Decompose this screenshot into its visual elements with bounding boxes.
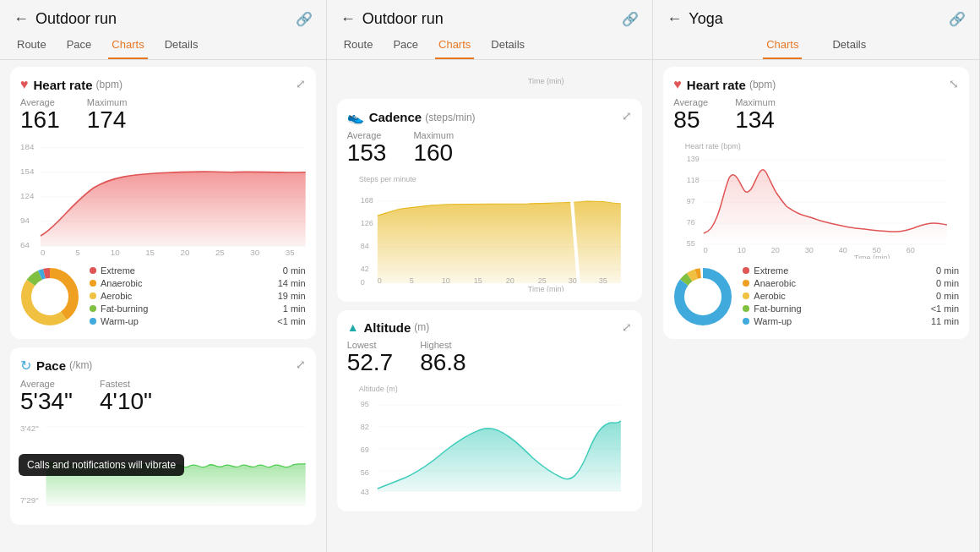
tab-details-3[interactable]: Details xyxy=(829,31,869,59)
donut-chart-3 xyxy=(673,267,732,326)
legend-fatburning-1: Fat-burning 1 min xyxy=(90,303,306,314)
pace-title-1: Pace xyxy=(36,358,66,373)
legend-items-3: Extreme 0 min Anaerobic 0 min Aerobic 0 … xyxy=(743,265,959,329)
route-icon-1[interactable]: 🔗 xyxy=(296,11,313,27)
panel1-tabs: Route Pace Charts Details xyxy=(0,31,326,60)
svg-text:3'42": 3'42" xyxy=(20,424,39,433)
altitude-card-2: ▲ Altitude (m) ⤢ Lowest 52.7 Highest 86.… xyxy=(337,310,643,511)
svg-text:0: 0 xyxy=(378,276,382,285)
back-button-1[interactable]: ← xyxy=(14,10,29,28)
heart-rate-unit-1: (bpm) xyxy=(96,79,122,90)
cadence-stats-2: Average 153 Maximum 160 xyxy=(347,130,633,167)
legend-warmup-1: Warm-up <1 min xyxy=(90,316,306,326)
tab-pace-1[interactable]: Pace xyxy=(63,31,95,59)
svg-text:43: 43 xyxy=(361,488,369,496)
svg-text:15: 15 xyxy=(474,276,482,285)
tab-charts-1[interactable]: Charts xyxy=(108,31,147,59)
svg-text:35: 35 xyxy=(599,276,607,285)
cadence-avg-value-2: 153 xyxy=(347,140,387,167)
heart-rate-max-3: Maximum 134 xyxy=(735,97,776,134)
svg-text:10: 10 xyxy=(738,246,746,254)
cadence-max-2: Maximum 160 xyxy=(413,130,454,167)
legend-extreme-1: Extreme 0 min xyxy=(90,265,306,276)
legend-fatburning-3: Fat-burning <1 min xyxy=(743,303,959,314)
tab-charts-2[interactable]: Charts xyxy=(435,31,474,59)
panel1-header: ← Outdoor run 🔗 xyxy=(0,0,326,31)
svg-text:42: 42 xyxy=(361,265,369,273)
legend-aerobic-1: Aerobic 19 min xyxy=(90,291,306,301)
pace-icon-1: ↻ xyxy=(20,358,31,374)
avg-value-1: 161 xyxy=(20,107,60,134)
avg-value-3: 85 xyxy=(673,107,708,134)
heart-rate-title-3: Heart rate xyxy=(687,78,746,92)
pace-fastest-value-1: 4'10" xyxy=(100,389,152,415)
svg-text:Time (min): Time (min) xyxy=(528,285,564,292)
svg-text:15: 15 xyxy=(145,248,155,257)
tab-pace-2[interactable]: Pace xyxy=(389,31,422,59)
svg-text:20: 20 xyxy=(771,246,780,254)
tab-route-1[interactable]: Route xyxy=(14,31,50,59)
svg-text:64: 64 xyxy=(20,240,30,249)
max-value-3: 134 xyxy=(735,107,776,134)
pace-fastest-label-1: Fastest xyxy=(100,379,152,389)
panel-outdoor-run-1: ← Outdoor run 🔗 Route Pace Charts Detail… xyxy=(0,0,327,552)
pace-header-1: ↻ Pace (/km) xyxy=(20,358,306,374)
expand-icon-pace-1[interactable]: ⤢ xyxy=(296,358,306,371)
panel3-header: ← Yoga 🔗 xyxy=(653,0,979,31)
tab-details-1[interactable]: Details xyxy=(161,31,202,59)
altitude-highest-2: Highest 86.8 xyxy=(420,340,466,376)
expand-icon-cadence[interactable]: ⤢ xyxy=(622,109,632,123)
tab-details-2[interactable]: Details xyxy=(487,31,528,59)
altitude-lowest-label-2: Lowest xyxy=(347,340,394,350)
cadence-avg-2: Average 153 xyxy=(347,130,387,167)
svg-point-85 xyxy=(686,280,720,314)
svg-text:25: 25 xyxy=(538,276,547,285)
svg-text:30: 30 xyxy=(569,276,577,285)
svg-text:0: 0 xyxy=(41,248,46,257)
back-button-3[interactable]: ← xyxy=(667,10,682,28)
heart-rate-chart-3: Heart rate (bpm) 139 118 97 76 55 xyxy=(673,140,959,259)
panel2-header: ← Outdoor run 🔗 xyxy=(327,0,653,31)
heart-rate-stats-1: Average 161 Maximum 174 xyxy=(20,97,306,134)
altitude-highest-label-2: Highest xyxy=(420,340,466,350)
expand-icon-1[interactable]: ⤢ xyxy=(296,77,306,90)
panel2-title: Outdoor run xyxy=(362,10,623,28)
route-icon-3[interactable]: 🔗 xyxy=(949,11,966,27)
pace-fastest-1: Fastest 4'10" xyxy=(100,379,152,415)
svg-text:0: 0 xyxy=(361,278,365,287)
route-icon-2[interactable]: 🔗 xyxy=(622,11,639,27)
pace-stats-1: Average 5'34" Fastest 4'10" xyxy=(20,379,306,415)
legend-items-1: Extreme 0 min Anaerobic 14 min Aerobic 1… xyxy=(90,265,306,329)
svg-text:7'29": 7'29" xyxy=(20,495,39,505)
panel-outdoor-run-2: ← Outdoor run 🔗 Route Pace Charts Detail… xyxy=(327,0,654,552)
svg-text:82: 82 xyxy=(361,423,369,431)
pace-avg-1: Average 5'34" xyxy=(20,379,73,415)
expand-icon-altitude[interactable]: ⤢ xyxy=(622,320,632,334)
heart-rate-header-3: ♥ Heart rate (bpm) xyxy=(673,77,959,92)
heart-rate-avg-3: Average 85 xyxy=(673,97,708,134)
expand-icon-hr3[interactable]: ⤡ xyxy=(949,77,959,90)
svg-text:0: 0 xyxy=(704,246,708,254)
pace-avg-value-1: 5'34" xyxy=(20,389,73,415)
back-button-2[interactable]: ← xyxy=(340,10,356,28)
svg-text:184: 184 xyxy=(20,142,35,151)
svg-text:40: 40 xyxy=(839,246,847,254)
panel3-tabs: Charts Details xyxy=(653,31,979,60)
tab-charts-3[interactable]: Charts xyxy=(763,31,802,59)
svg-text:30: 30 xyxy=(805,246,814,254)
donut-chart-1 xyxy=(20,267,79,326)
legend-aerobic-3: Aerobic 0 min xyxy=(743,291,959,301)
svg-text:154: 154 xyxy=(20,167,35,176)
svg-text:97: 97 xyxy=(687,197,695,205)
svg-text:10: 10 xyxy=(111,248,120,257)
altitude-title-2: Altitude xyxy=(364,320,411,335)
svg-text:56: 56 xyxy=(361,468,369,477)
svg-text:5: 5 xyxy=(410,276,414,285)
svg-text:126: 126 xyxy=(361,219,373,227)
svg-text:95: 95 xyxy=(361,400,369,408)
legend-warmup-3: Warm-up 11 min xyxy=(743,316,959,326)
svg-text:25: 25 xyxy=(215,248,225,257)
heart-rate-title-1: Heart rate xyxy=(34,78,93,92)
tab-route-2[interactable]: Route xyxy=(340,31,377,59)
heart-rate-avg-1: Average 161 xyxy=(20,97,60,134)
